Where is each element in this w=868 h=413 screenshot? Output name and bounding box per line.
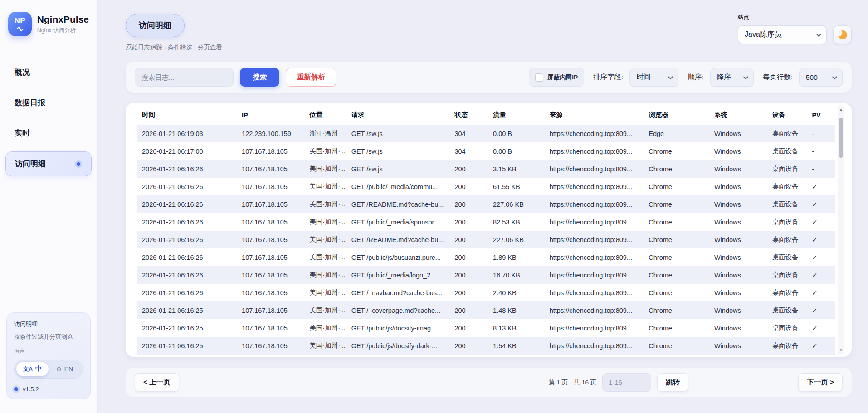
site-select[interactable]: Java陈序员	[738, 25, 827, 44]
cell-time: 2026-01-21 06:16:26	[137, 231, 237, 248]
block-internal-ip-toggle[interactable]: 屏蔽内网IP	[529, 68, 584, 87]
info-card-description: 按条件过滤并分页浏览	[14, 333, 83, 341]
reparse-button[interactable]: 重新解析	[286, 68, 336, 87]
column-header: 流量	[488, 105, 545, 125]
rows-per-page-select[interactable]: 500	[799, 68, 843, 87]
block-internal-ip-label: 屏蔽内网IP	[547, 73, 578, 82]
cell-traffic: 61.55 KB	[488, 178, 545, 195]
cell-referer: https://chencoding.top:809...	[545, 125, 644, 142]
sidebar-item-3[interactable]: 访问明细	[5, 151, 92, 176]
cell-traffic: 0.00 B	[488, 142, 545, 160]
app-logo: NP	[8, 12, 32, 36]
cell-request: GET /_navbar.md?cache-bus...	[347, 284, 450, 301]
cell-status: 200	[450, 301, 488, 319]
cell-referer: https://chencoding.top:809...	[545, 266, 644, 284]
table-scrollbar[interactable]: ▲ ▼	[838, 106, 844, 354]
cell-pv: ✓	[807, 178, 835, 195]
cell-time: 2026-01-21 06:16:25	[137, 337, 237, 355]
sort-field-select[interactable]: 时间	[629, 68, 678, 87]
cell-ip: 107.167.18.105	[237, 142, 305, 160]
scrollbar-thumb[interactable]	[839, 118, 843, 158]
rows-per-page-value: 500	[806, 73, 818, 82]
table-row: 2026-01-21 06:16:26107.167.18.105美国·加州·.…	[137, 195, 835, 213]
filter-bar: 搜索 重新解析 屏蔽内网IP 排序字段: 时间 顺序: 降序 每页行数: 500	[126, 62, 852, 93]
cell-request: GET /public/_media/commu...	[347, 178, 450, 195]
cell-traffic: 16.70 KB	[488, 266, 545, 284]
cell-location: 浙江·温州	[305, 125, 346, 142]
cell-device: 桌面设备	[768, 231, 808, 248]
cell-device: 桌面设备	[768, 178, 808, 195]
sidebar-item-1[interactable]: 数据日报	[5, 91, 92, 115]
cell-location: 美国·加州·...	[305, 284, 346, 301]
scroll-down-icon[interactable]: ▼	[838, 348, 844, 352]
sort-field-value: 时间	[636, 73, 650, 82]
cell-ip: 107.167.18.105	[237, 266, 305, 284]
pulse-line-icon	[12, 26, 28, 32]
search-input[interactable]	[135, 68, 234, 87]
cell-traffic: 227.06 KB	[488, 231, 545, 248]
jump-button[interactable]: 跳转	[657, 373, 688, 392]
cell-referer: https://chencoding.top:809...	[545, 319, 644, 337]
cell-request: GET /public/js/busuanzi.pure...	[347, 248, 450, 266]
cell-time: 2026-01-21 06:16:26	[137, 195, 237, 213]
main-content: 访问明细 原始日志追踪 · 条件筛选 · 分页查看 站点 Java陈序员 搜索 …	[98, 0, 868, 413]
sidebar-item-2[interactable]: 实时	[5, 121, 92, 145]
cell-request: GET /public/_media/logo_2...	[347, 266, 450, 284]
cell-traffic: 8.13 KB	[488, 319, 545, 337]
page-title: 访问明细	[126, 14, 185, 37]
block-internal-ip-checkbox[interactable]	[535, 73, 543, 82]
page-jump-input[interactable]	[602, 373, 651, 392]
scroll-up-icon[interactable]: ▲	[838, 107, 844, 112]
cell-device: 桌面设备	[768, 266, 808, 284]
cell-referer: https://chencoding.top:809...	[545, 301, 644, 319]
column-header: 位置	[305, 105, 346, 125]
next-page-button[interactable]: 下一页 >	[798, 373, 843, 392]
sidebar-item-0[interactable]: 概况	[5, 60, 92, 84]
access-log-table: 时间IP位置请求状态流量来源浏览器系统设备PV 2026-01-21 06:19…	[137, 105, 835, 355]
order-select[interactable]: 降序	[710, 68, 754, 87]
language-option-en-label: EN	[64, 365, 73, 373]
cell-os: Windows	[710, 231, 768, 248]
cell-time: 2026-01-21 06:17:00	[137, 142, 237, 160]
table-row: 2026-01-21 06:16:26107.167.18.105美国·加州·.…	[137, 178, 835, 195]
prev-page-button[interactable]: < 上一页	[135, 373, 179, 392]
cell-os: Windows	[710, 213, 768, 231]
cell-browser: Chrome	[644, 178, 710, 195]
cell-os: Windows	[710, 266, 768, 284]
column-header: 系统	[710, 105, 768, 125]
cell-traffic: 2.40 KB	[488, 284, 545, 301]
cell-traffic: 227.06 KB	[488, 195, 545, 213]
cell-time: 2026-01-21 06:16:26	[137, 248, 237, 266]
cell-pv: ✓	[807, 248, 835, 266]
cell-location: 美国·加州·...	[305, 213, 346, 231]
cell-browser: Chrome	[644, 266, 710, 284]
language-toggle: 文A 中 ⊕ EN	[14, 360, 83, 379]
column-header: 浏览器	[644, 105, 710, 125]
cell-traffic: 1.89 KB	[488, 248, 545, 266]
sidebar-item-label: 数据日报	[15, 97, 45, 108]
theme-toggle-button[interactable]	[833, 25, 852, 44]
access-log-table-card: 时间IP位置请求状态流量来源浏览器系统设备PV 2026-01-21 06:19…	[126, 103, 852, 357]
table-row: 2026-01-21 06:16:26107.167.18.105美国·加州·.…	[137, 248, 835, 266]
cell-browser: Chrome	[644, 337, 710, 355]
app-logo-row: NP NginxPulse Nginx 访问分析	[0, 0, 97, 45]
search-button[interactable]: 搜索	[240, 68, 279, 87]
cell-ip: 107.167.18.105	[237, 178, 305, 195]
cell-time: 2026-01-21 06:16:26	[137, 178, 237, 195]
cell-request: GET /public/js/docsify-imag...	[347, 319, 450, 337]
cell-referer: https://chencoding.top:809...	[545, 284, 644, 301]
sidebar-info-card: 访问明细 按条件过滤并分页浏览 语言 文A 中 ⊕ EN v1.5.2	[6, 312, 91, 399]
app-name: NginxPulse	[37, 14, 89, 25]
language-option-zh[interactable]: 文A 中	[16, 362, 49, 376]
language-option-en[interactable]: ⊕ EN	[49, 362, 81, 376]
cell-pv: ✓	[807, 337, 835, 355]
cell-location: 美国·加州·...	[305, 231, 346, 248]
cell-browser: Chrome	[644, 319, 710, 337]
table-row: 2026-01-21 06:16:25107.167.18.105美国·加州·.…	[137, 337, 835, 355]
cell-pv: ✓	[807, 284, 835, 301]
cell-request: GET /sw.js	[347, 142, 450, 160]
sidebar-item-label: 实时	[15, 128, 30, 138]
cell-os: Windows	[710, 248, 768, 266]
logo-text: NP	[15, 16, 26, 25]
cell-time: 2026-01-21 06:16:26	[137, 284, 237, 301]
